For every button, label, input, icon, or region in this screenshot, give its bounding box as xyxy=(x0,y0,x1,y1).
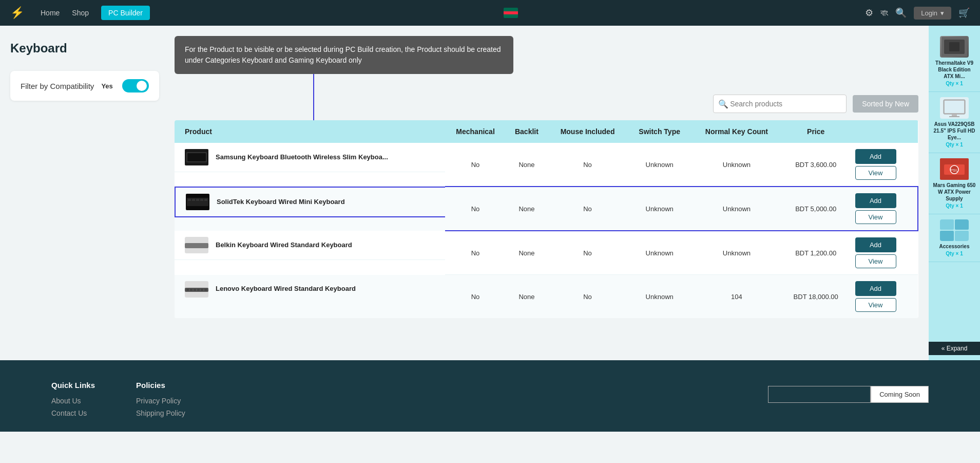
login-button[interactable]: Login ▾ xyxy=(914,7,951,20)
newsletter-input[interactable] xyxy=(768,386,871,403)
add-button[interactable]: Add xyxy=(855,237,896,252)
product-table-wrapper: Product Mechanical Backlit Mouse Include… xyxy=(175,120,918,318)
sort-button[interactable]: Sorted by New xyxy=(853,95,918,113)
cell-product: Belkin Keyboard Wired Standard Keyboard xyxy=(175,231,445,260)
filter-row: Filter by Compatibility Yes xyxy=(10,71,159,101)
expand-button[interactable]: « Expand xyxy=(929,342,980,355)
filter-label: Filter by Compatibility xyxy=(21,82,94,90)
lang-btn[interactable]: বাং xyxy=(880,8,888,18)
cell-product: SolidTek Keyboard Wired Mini Keyboard xyxy=(175,187,445,217)
sidebar: Keyboard Filter by Compatibility Yes xyxy=(0,26,169,360)
contact-us-link[interactable]: Contact Us xyxy=(51,409,95,417)
table-header-row: Product Mechanical Backlit Mouse Include… xyxy=(175,120,918,143)
cell-mouse: No xyxy=(548,143,628,187)
cell-backlit: None xyxy=(506,187,548,231)
nav-shop[interactable]: Shop xyxy=(72,9,89,17)
cell-mechanical: No xyxy=(445,231,506,275)
search-icon: 🔍 xyxy=(718,99,728,109)
flag-icon xyxy=(504,8,518,18)
product-table: Product Mechanical Backlit Mouse Include… xyxy=(175,120,918,318)
svg-rect-8 xyxy=(200,199,203,201)
logo-icon: ⚡ xyxy=(10,6,24,20)
chevron-down-icon: ▾ xyxy=(940,9,944,17)
footer-newsletter: Coming Soon xyxy=(768,381,929,421)
search-icon[interactable]: 🔍 xyxy=(895,7,907,18)
rs-item-thermaltake[interactable]: Thermaltake V9 Black Edition ATX Mi... Q… xyxy=(929,31,980,92)
search-wrap: 🔍 xyxy=(713,95,847,113)
rs-item-accessories[interactable]: Accessories Qty × 1 xyxy=(929,214,980,262)
view-button[interactable]: View xyxy=(855,254,896,268)
cell-actions: Add View xyxy=(850,143,918,187)
add-button[interactable]: Add xyxy=(855,149,896,164)
view-button[interactable]: View xyxy=(855,298,896,312)
search-input[interactable] xyxy=(713,95,847,113)
add-button[interactable]: Add xyxy=(855,193,896,208)
col-keycount: Normal Key Count xyxy=(691,120,782,143)
footer-quick-links: Quick Links About Us Contact Us xyxy=(51,381,95,421)
svg-rect-2 xyxy=(187,153,206,161)
rs-item-asus[interactable]: Asus VA229QSB 21.5" IPS Full HD Eye... Q… xyxy=(929,92,980,153)
coming-soon-button[interactable]: Coming Soon xyxy=(871,386,929,403)
product-image xyxy=(185,237,208,253)
cell-switch: Unknown xyxy=(627,275,691,319)
svg-rect-24 xyxy=(952,114,957,116)
col-mechanical: Mechanical xyxy=(445,120,506,143)
rs-img-mars: PSU xyxy=(940,158,969,180)
right-sidebar: Thermaltake V9 Black Edition ATX Mi... Q… xyxy=(929,26,980,360)
svg-rect-17 xyxy=(204,289,207,291)
rs-name-asus: Asus VA229QSB 21.5" IPS Full HD Eye... xyxy=(933,121,976,141)
about-us-link[interactable]: About Us xyxy=(51,397,95,405)
rs-img-accessories xyxy=(940,219,969,241)
cell-mouse: No xyxy=(548,275,628,319)
rs-name-accessories: Accessories xyxy=(939,243,970,250)
view-button[interactable]: View xyxy=(855,210,896,224)
rs-name-mars: Mars Gaming 650 W ATX Power Supply xyxy=(933,182,976,202)
col-price: Price xyxy=(782,120,850,143)
table-row: Lenovo Keyboard Wired Standard Keyboard … xyxy=(175,275,918,319)
cell-price: BDT 18,000.00 xyxy=(782,275,850,319)
coming-soon-section: Coming Soon xyxy=(768,386,929,403)
rs-name-thermaltake: Thermaltake V9 Black Edition ATX Mi... xyxy=(933,60,976,80)
view-button[interactable]: View xyxy=(855,166,896,180)
policies-title: Policies xyxy=(136,381,185,390)
page-title: Keyboard xyxy=(10,41,159,55)
product-image xyxy=(185,149,208,165)
privacy-policy-link[interactable]: Privacy Policy xyxy=(136,397,185,405)
filter-value-label: Yes xyxy=(101,82,112,90)
svg-rect-20 xyxy=(949,42,959,51)
nav-pc-builder[interactable]: PC Builder xyxy=(101,6,150,20)
cell-mouse: No xyxy=(548,187,628,231)
svg-rect-6 xyxy=(192,199,195,201)
cart-icon[interactable]: 🛒 xyxy=(958,7,970,18)
cell-backlit: None xyxy=(506,275,548,319)
nav-home[interactable]: Home xyxy=(41,9,60,17)
cell-keycount: 104 xyxy=(691,275,782,319)
svg-rect-12 xyxy=(186,289,189,291)
compatibility-toggle[interactable] xyxy=(122,79,149,92)
svg-text:PSU: PSU xyxy=(950,168,959,173)
cell-switch: Unknown xyxy=(627,143,691,187)
svg-rect-16 xyxy=(201,289,203,291)
svg-rect-14 xyxy=(194,289,196,291)
col-switch: Switch Type xyxy=(627,120,691,143)
search-sort-row: 🔍 Sorted by New xyxy=(175,95,918,113)
rs-item-mars[interactable]: PSU Mars Gaming 650 W ATX Power Supply Q… xyxy=(929,153,980,214)
cell-actions: Add View xyxy=(850,187,918,231)
settings-icon[interactable]: ⚙ xyxy=(865,7,873,18)
shipping-policy-link[interactable]: Shipping Policy xyxy=(136,409,185,417)
nav-right: ⚙ বাং 🔍 Login ▾ 🛒 xyxy=(865,7,970,20)
add-button[interactable]: Add xyxy=(855,281,896,296)
svg-rect-23 xyxy=(945,101,964,113)
cell-product: Lenovo Keyboard Wired Standard Keyboard xyxy=(175,275,445,304)
rs-qty-asus: Qty × 1 xyxy=(946,142,963,147)
nav-center xyxy=(156,8,865,18)
product-image xyxy=(185,281,208,298)
footer-inner: Quick Links About Us Contact Us Policies… xyxy=(51,381,929,421)
main-layout: Keyboard Filter by Compatibility Yes For… xyxy=(0,26,980,360)
table-row: SolidTek Keyboard Wired Mini Keyboard No… xyxy=(175,187,918,231)
cell-keycount: Unknown xyxy=(691,187,782,231)
cell-switch: Unknown xyxy=(627,231,691,275)
product-name: Belkin Keyboard Wired Standard Keyboard xyxy=(216,240,352,250)
tooltip-text: For the Product to be visible or be sele… xyxy=(185,45,501,64)
svg-rect-7 xyxy=(196,199,199,201)
